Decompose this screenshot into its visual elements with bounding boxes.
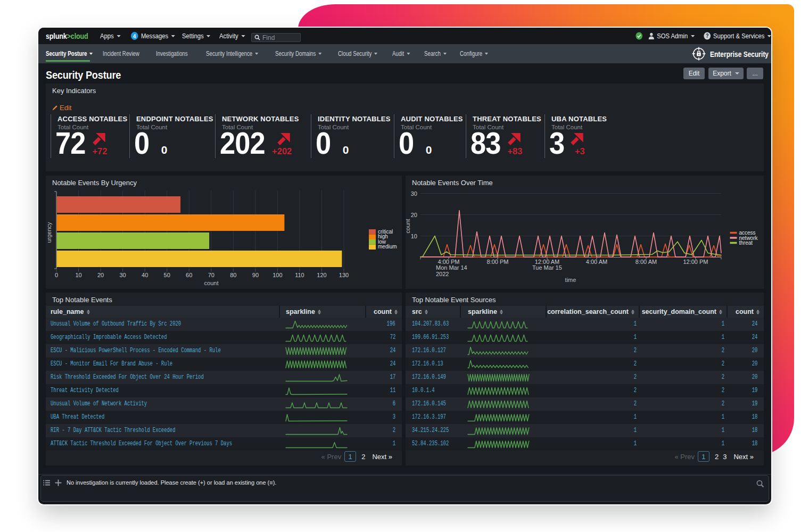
- svg-text:10: 10: [411, 233, 417, 239]
- svg-text:110: 110: [295, 272, 304, 278]
- svg-text:20: 20: [97, 272, 104, 278]
- svg-text:0: 0: [55, 272, 58, 278]
- svg-text:80: 80: [230, 272, 236, 278]
- svg-text:medium: medium: [378, 244, 397, 250]
- svg-text:8:00 PM: 8:00 PM: [487, 259, 509, 265]
- svg-text:130: 130: [339, 272, 349, 278]
- svg-text:count: count: [406, 219, 411, 234]
- svg-text:30: 30: [119, 272, 126, 278]
- svg-text:30: 30: [411, 190, 417, 197]
- svg-text:20: 20: [411, 212, 417, 218]
- svg-text:120: 120: [317, 272, 326, 278]
- svg-text:2022: 2022: [436, 271, 449, 277]
- svg-text:70: 70: [208, 272, 214, 278]
- svg-text:60: 60: [186, 272, 192, 278]
- svg-text:50: 50: [164, 272, 170, 278]
- svg-text:urgency: urgency: [46, 222, 52, 243]
- svg-text:40: 40: [142, 272, 148, 278]
- svg-text:4:00 AM: 4:00 AM: [586, 259, 607, 265]
- svg-text:12:00 PM: 12:00 PM: [683, 259, 708, 265]
- svg-text:time: time: [565, 277, 576, 283]
- svg-text:threat: threat: [739, 240, 753, 246]
- svg-text:90: 90: [252, 272, 259, 278]
- svg-text:Tue Mar 15: Tue Mar 15: [532, 264, 562, 271]
- svg-text:8:00 AM: 8:00 AM: [635, 259, 657, 265]
- svg-text:Mon Mar 14: Mon Mar 14: [436, 264, 467, 271]
- svg-text:100: 100: [273, 272, 282, 278]
- svg-text:?: ?: [706, 33, 709, 39]
- svg-text:count: count: [204, 280, 219, 286]
- svg-text:10: 10: [75, 272, 81, 278]
